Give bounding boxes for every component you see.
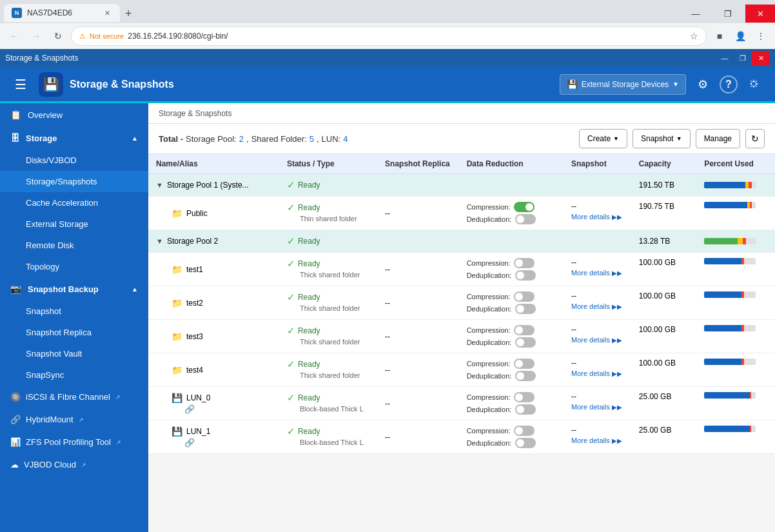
test4-snapshot-replica: --	[377, 353, 459, 387]
test2-more-details[interactable]: More details	[571, 302, 610, 310]
test4-more-details[interactable]: More details	[571, 369, 610, 377]
create-btn[interactable]: Create ▼	[579, 129, 627, 148]
back-btn[interactable]: ←	[5, 27, 23, 45]
public-status-cell: ✓ Ready Thin shared folder	[279, 197, 377, 230]
address-bar[interactable]: ⚠ Not secure 236.16.254.190:8080/cgi-bin…	[71, 26, 707, 46]
refresh-nav-btn[interactable]: ↻	[49, 27, 67, 45]
table-row[interactable]: 📁 test3 ✓ Ready Thick shared folder	[148, 320, 775, 353]
ext-storage-btn[interactable]: 💾 External Storage Devices ▼	[560, 74, 686, 95]
table-body: ▼ Storage Pool 1 (Syste... ✓ Ready	[148, 174, 775, 454]
sidebar-storage-header[interactable]: 🗄 Storage ▲	[0, 126, 148, 150]
vjbod-ext-icon: ↗	[81, 462, 86, 468]
test1-more-details[interactable]: More details	[571, 269, 610, 277]
lun1-compression-toggle[interactable]	[514, 426, 535, 436]
test1-snapshot-replica: --	[377, 253, 459, 286]
profile-btn[interactable]: 👤	[731, 27, 749, 45]
tab-favicon: N	[12, 8, 22, 18]
sidebar-sub-item-disks[interactable]: Disks/VJBOD	[0, 150, 148, 171]
snapshot-chevron: ▼	[676, 135, 682, 142]
sidebar-sub-item-snapshot-replica[interactable]: Snapshot Replica	[0, 322, 148, 343]
pool2-capacity-cell: 13.28 TB	[631, 230, 696, 253]
test3-dedup-toggle[interactable]	[515, 337, 536, 348]
sidebar-sub-item-cache[interactable]: Cache Acceleration	[0, 192, 148, 213]
table-row[interactable]: 💾 LUN_0 🔗 ✓ Ready	[148, 387, 775, 420]
sidebar-zfs-link[interactable]: 📊 ZFS Pool Profiling Tool ↗	[0, 431, 148, 453]
test1-dedup-toggle[interactable]	[515, 270, 536, 281]
forward-btn[interactable]: →	[27, 27, 45, 45]
sidebar-vjbod-link[interactable]: ☁ VJBOD Cloud ↗	[0, 453, 148, 476]
close-btn[interactable]: ✕	[745, 5, 775, 23]
sidebar-sub-item-snapshot-vault[interactable]: Snapshot Vault	[0, 343, 148, 364]
lun0-compression-toggle[interactable]	[514, 392, 535, 402]
test3-folder-icon: 📁	[172, 331, 182, 342]
test3-more-details[interactable]: More details	[571, 336, 610, 344]
test2-folder-icon: 📁	[172, 298, 182, 308]
bookmark-icon[interactable]: ☆	[690, 31, 698, 41]
sidebar-sub-item-snapshot[interactable]: Snapshot	[0, 300, 148, 322]
lun1-more-details[interactable]: More details	[571, 437, 610, 444]
help-icon-btn[interactable]: ?	[720, 75, 738, 94]
main-settings-btn[interactable]: ⛭	[744, 74, 765, 95]
app-minimize-btn[interactable]: —	[716, 51, 734, 65]
table-row[interactable]: 📁 test4 ✓ Ready Thick shared folder	[148, 353, 775, 387]
shared-folder-count[interactable]: 5	[309, 134, 314, 144]
manage-btn[interactable]: Manage	[696, 129, 740, 148]
table-row[interactable]: ▼ Storage Pool 2 ✓ Ready	[148, 230, 775, 253]
sidebar-sub-item-storage-snapshots[interactable]: Storage/Snapshots	[0, 171, 148, 192]
restore-btn[interactable]: ❐	[713, 5, 743, 23]
test2-compression-toggle[interactable]	[514, 291, 535, 302]
more-options-btn[interactable]: ⋮	[752, 27, 770, 45]
app-restore-btn[interactable]: ❐	[734, 51, 752, 65]
tab-close-btn[interactable]: ✕	[102, 8, 112, 18]
lun-count[interactable]: 4	[343, 134, 348, 144]
snapshot-btn[interactable]: Snapshot ▼	[633, 129, 691, 148]
test1-compression-toggle[interactable]	[514, 258, 535, 268]
sidebar-sub-item-remote-disk[interactable]: Remote Disk	[0, 235, 148, 256]
test4-compression-toggle[interactable]	[514, 359, 535, 369]
pool2-collapse-icon[interactable]: ▼	[156, 237, 163, 245]
sidebar-item-overview[interactable]: 📋 Overview	[0, 103, 148, 126]
ext-storage-label: External Storage Devices	[582, 80, 669, 89]
sidebar-sub-item-external[interactable]: External Storage	[0, 213, 148, 235]
brand-area: 💾 Storage & Snapshots	[39, 72, 174, 97]
tab-title: NAS7D4ED6	[27, 8, 97, 17]
lun1-dedup-toggle[interactable]	[515, 438, 536, 448]
test3-status: Ready	[298, 326, 320, 335]
lun0-more-details[interactable]: More details	[571, 403, 610, 411]
refresh-btn[interactable]: ↻	[745, 129, 765, 148]
settings-icon-btn[interactable]: ⚙	[692, 74, 713, 95]
test2-dedup-toggle[interactable]	[515, 304, 536, 314]
overview-icon: 📋	[10, 110, 21, 120]
pool2-status-cell: ✓ Ready	[279, 230, 377, 253]
browser-tab[interactable]: N NAS7D4ED6 ✕	[4, 4, 120, 22]
table-row[interactable]: 📁 test2 ✓ Ready Thick shared folder	[148, 286, 775, 320]
table-row[interactable]: 📁 test1 ✓ Ready Thick shared folder	[148, 253, 775, 286]
table-row[interactable]: ▼ Storage Pool 1 (Syste... ✓ Ready	[148, 174, 775, 197]
new-tab-btn[interactable]: +	[120, 4, 137, 23]
minimize-btn[interactable]: —	[681, 5, 711, 23]
sidebar-sub-item-snapsync[interactable]: SnapSync	[0, 364, 148, 386]
lun0-dedup-toggle[interactable]	[515, 404, 536, 415]
app-close-btn[interactable]: ✕	[752, 51, 770, 65]
lun0-dedup-label: Deduplication:	[467, 406, 512, 413]
sidebar-snapshot-header[interactable]: 📷 Snapshot Backup ▲	[0, 277, 148, 300]
pool2-snapshot-replica-cell	[377, 230, 459, 253]
pool1-capacity: 191.50 TB	[639, 181, 674, 190]
public-status: Ready	[298, 203, 320, 212]
sidebar-toggle-btn[interactable]: ☰	[10, 77, 31, 92]
lun1-name: LUN_1	[186, 427, 210, 436]
table-row[interactable]: 💾 LUN_1 🔗 ✓ Ready	[148, 420, 775, 454]
app-minimize-icon: —	[721, 54, 729, 62]
sidebar-hybridmount-link[interactable]: 🔗 HybridMount ↗	[0, 408, 148, 431]
storage-pool-count[interactable]: 2	[239, 134, 244, 144]
extensions-btn[interactable]: ■	[711, 27, 729, 45]
table-row[interactable]: 📁 Public ✓ Ready Thin shared folder	[148, 197, 775, 230]
test4-dedup-toggle[interactable]	[515, 371, 536, 381]
public-dedup-toggle[interactable]	[515, 214, 536, 224]
public-compression-toggle[interactable]	[514, 202, 535, 212]
sidebar-sub-item-topology[interactable]: Topology	[0, 256, 148, 277]
test3-compression-toggle[interactable]	[514, 325, 535, 335]
public-more-details[interactable]: More details	[571, 213, 610, 221]
pool1-collapse-icon[interactable]: ▼	[156, 181, 163, 189]
sidebar-iscsi-link[interactable]: 🔘 iSCSI & Fibre Channel ↗	[0, 386, 148, 408]
